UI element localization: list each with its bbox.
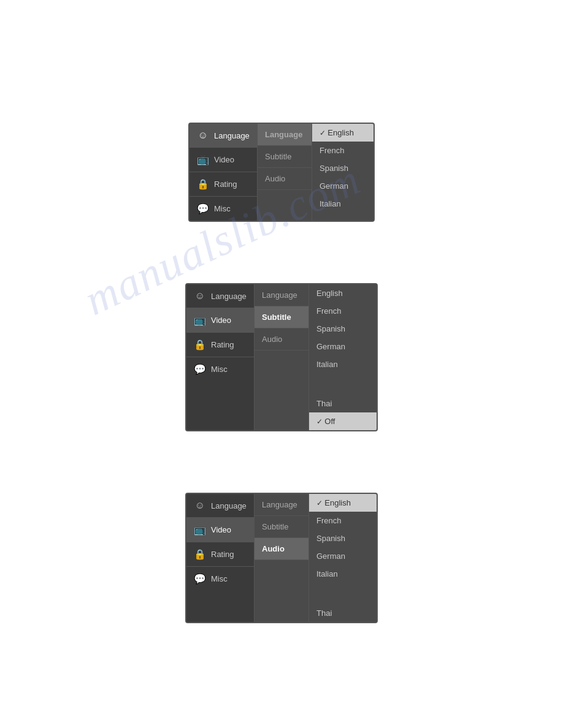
middle-empty-2 [255,351,308,430]
dropdown-french-1[interactable]: French [312,142,373,159]
sidebar-label-misc-2: Misc [211,365,228,374]
dropdown-italian-2[interactable]: Italian [309,355,377,373]
video-icon-1: 📺 [197,154,209,165]
dropdown-italian-3[interactable]: Italian [309,565,377,583]
middle-audio-3[interactable]: Audio [255,538,308,560]
page-container: manualslib.com ☺ Language 📺 Video 🔒 Rati… [0,0,563,728]
sidebar-item-language-2[interactable]: ☺ Language [186,284,254,308]
rating-icon-1: 🔒 [197,178,209,190]
sidebar-label-language-1: Language [214,131,250,140]
dropdown-thai-3[interactable]: Thai [309,604,377,622]
dropdown-german-3[interactable]: German [309,547,377,565]
sidebar-label-language-2: Language [211,292,247,301]
sidebar-label-misc-1: Misc [214,204,231,213]
middle-language-1[interactable]: Language [258,124,312,146]
misc-icon-1: 💬 [197,203,209,214]
sidebar-label-rating-2: Rating [211,340,234,349]
sidebar-3: ☺ Language 📺 Video 🔒 Rating 💬 Misc [186,494,254,622]
language-icon-2: ☺ [194,290,206,301]
sidebar-item-rating-2[interactable]: 🔒 Rating [186,333,254,357]
sidebar-item-rating-3[interactable]: 🔒 Rating [186,542,254,567]
sidebar-label-language-3: Language [211,501,247,510]
dropdown-english-1[interactable]: English [312,124,373,142]
middle-language-3[interactable]: Language [255,494,308,516]
sidebar-item-misc-3[interactable]: 💬 Misc [186,567,254,591]
middle-empty-3 [255,560,308,622]
dropdown-off-2[interactable]: Off [309,412,377,430]
language-icon-1: ☺ [197,130,209,141]
video-icon-3: 📺 [194,524,206,536]
dropdown-spanish-1[interactable]: Spanish [312,159,373,177]
dropdown-italian-1[interactable]: Italian [312,195,373,213]
middle-empty-1 [258,190,312,221]
sidebar-empty-3 [186,591,254,622]
dropdown-french-2[interactable]: French [309,302,377,320]
middle-col-3: Language Subtitle Audio [254,494,309,622]
menu-2: ☺ Language 📺 Video 🔒 Rating 💬 Misc Langu… [185,283,378,431]
sidebar-label-rating-3: Rating [211,550,234,559]
sidebar-1: ☺ Language 📺 Video 🔒 Rating 💬 Misc [190,124,257,221]
sidebar-label-rating-1: Rating [214,180,237,189]
menu-3: ☺ Language 📺 Video 🔒 Rating 💬 Misc Langu… [185,493,378,623]
dropdown-spanish-3[interactable]: Spanish [309,529,377,547]
sidebar-item-rating-1[interactable]: 🔒 Rating [190,172,257,197]
sidebar-item-video-1[interactable]: 📺 Video [190,148,257,172]
dropdown-spacer-2 [309,373,377,395]
dropdown-french-3[interactable]: French [309,512,377,529]
middle-language-2[interactable]: Language [255,284,308,306]
sidebar-item-language-3[interactable]: ☺ Language [186,494,254,518]
dropdown-col-1: English French Spanish German Italian [312,124,373,221]
misc-icon-2: 💬 [194,363,206,375]
dropdown-col-2: English French Spanish German Italian Th… [309,284,377,430]
misc-icon-3: 💬 [194,573,206,585]
dropdown-english-3[interactable]: English [309,494,377,512]
dropdown-german-1[interactable]: German [312,177,373,195]
video-icon-2: 📺 [194,314,206,326]
middle-col-2: Language Subtitle Audio [254,284,309,430]
sidebar-item-video-2[interactable]: 📺 Video [186,308,254,333]
middle-subtitle-2[interactable]: Subtitle [255,306,308,328]
dropdown-spanish-2[interactable]: Spanish [309,320,377,338]
middle-subtitle-1[interactable]: Subtitle [258,146,312,168]
sidebar-label-video-3: Video [211,525,231,534]
dropdown-spacer-3 [309,583,377,604]
sidebar-label-video-2: Video [211,316,231,325]
dropdown-german-2[interactable]: German [309,338,377,355]
dropdown-english-2[interactable]: English [309,284,377,302]
middle-col-1: Language Subtitle Audio [257,124,312,221]
rating-icon-2: 🔒 [194,339,206,351]
sidebar-item-language-1[interactable]: ☺ Language [190,124,257,148]
language-icon-3: ☺ [194,500,206,511]
sidebar-2: ☺ Language 📺 Video 🔒 Rating 💬 Misc [186,284,254,430]
dropdown-thai-2[interactable]: Thai [309,395,377,412]
dropdown-col-3: English French Spanish German Italian Th… [309,494,377,622]
middle-audio-1[interactable]: Audio [258,168,312,190]
middle-subtitle-3[interactable]: Subtitle [255,516,308,538]
sidebar-item-misc-2[interactable]: 💬 Misc [186,357,254,381]
sidebar-label-video-1: Video [214,155,234,164]
sidebar-item-misc-1[interactable]: 💬 Misc [190,197,257,221]
middle-audio-2[interactable]: Audio [255,328,308,351]
sidebar-label-misc-3: Misc [211,574,228,583]
rating-icon-3: 🔒 [194,548,206,560]
menu-1: ☺ Language 📺 Video 🔒 Rating 💬 Misc Langu… [188,123,375,222]
sidebar-item-video-3[interactable]: 📺 Video [186,518,254,542]
